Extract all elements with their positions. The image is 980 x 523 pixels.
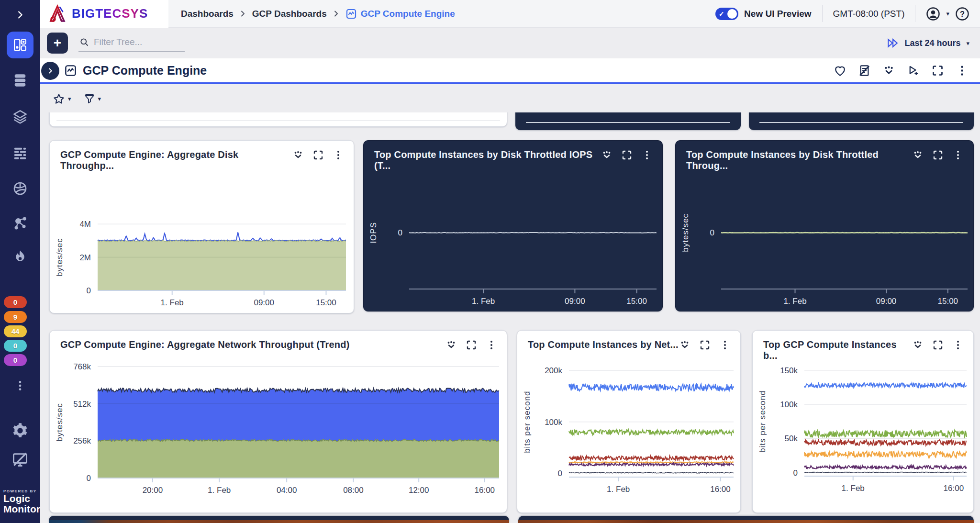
svg-text:16:00: 16:00 — [944, 484, 964, 493]
collapse-tree-button[interactable] — [41, 62, 59, 80]
map-widget-sliver — [49, 520, 509, 523]
sidebar-more-button[interactable] — [0, 377, 40, 394]
fullscreen-icon[interactable] — [931, 64, 944, 77]
flame-icon — [13, 249, 27, 264]
sidebar-item-websites[interactable] — [0, 180, 40, 197]
svg-text:1. Feb: 1. Feb — [783, 297, 806, 306]
report-disabled-icon[interactable] — [858, 64, 871, 77]
alert-badge-info[interactable]: 0 — [4, 340, 27, 352]
brand-logo[interactable]: BIGTECSYS — [40, 0, 168, 28]
svg-text:16:00: 16:00 — [710, 485, 731, 494]
timezone-group: GMT-08:00 (PST) — [822, 5, 915, 22]
sidebar: 0 9 44 0 0 POWERED BY Logic Monitor — [0, 0, 40, 523]
play-add-icon[interactable] — [907, 64, 920, 77]
svg-text:1. Feb: 1. Feb — [842, 484, 865, 493]
svg-text:0: 0 — [793, 468, 798, 478]
fullscreen-icon[interactable] — [932, 149, 944, 161]
logicmonitor-logo-line1: Logic — [3, 493, 42, 504]
dashboard-toolbar: ▾ ▾ — [40, 85, 980, 112]
sidebar-remote-session-button[interactable] — [0, 449, 40, 470]
widget-top-disk-throttled-iops: Top Compute Instances by Disk Throttled … — [363, 140, 663, 312]
sidebar-item-resources[interactable] — [0, 72, 40, 89]
partial-widget-above-left — [49, 112, 507, 127]
fast-forward-icon[interactable] — [886, 37, 899, 49]
sidebar-item-dashboards[interactable] — [7, 32, 33, 58]
breadcrumb: Dashboards GCP Dashboards GCP Compute En… — [168, 8, 455, 20]
sidebar-item-insights[interactable] — [0, 248, 40, 265]
svg-text:0: 0 — [710, 228, 714, 237]
svg-text:100k: 100k — [545, 418, 562, 427]
svg-text:20:00: 20:00 — [143, 486, 163, 495]
favorites-dropdown[interactable]: ▾ — [53, 93, 71, 105]
fullscreen-icon[interactable] — [932, 339, 944, 351]
sidebar-item-modules[interactable] — [0, 108, 40, 125]
user-avatar-icon[interactable] — [926, 7, 940, 21]
partial-widget-above-right — [749, 112, 974, 130]
kebab-menu-icon[interactable] — [719, 339, 731, 351]
alert-badge-warning[interactable]: 44 — [4, 325, 27, 337]
kebab-menu-icon[interactable] — [641, 149, 653, 161]
database-icon — [12, 73, 28, 88]
filter-dropdown[interactable]: ▾ — [84, 93, 101, 105]
fullscreen-icon[interactable] — [312, 149, 324, 161]
fullscreen-icon[interactable] — [699, 339, 711, 351]
favorite-heart-icon[interactable] — [834, 64, 846, 77]
filter-tree-search[interactable] — [78, 35, 185, 52]
svg-text:09:00: 09:00 — [565, 297, 585, 306]
chart-top-disk-throttled-throughput[interactable]: 01. Feb09:0015:00bytes/sec — [676, 165, 973, 309]
sidebar-item-logs[interactable] — [0, 145, 40, 162]
filter-tree-input[interactable] — [94, 37, 175, 47]
new-ui-preview-label: New UI Preview — [744, 9, 811, 19]
caret-down-icon: ▾ — [68, 95, 71, 102]
kebab-menu-icon[interactable] — [952, 149, 964, 161]
fullscreen-icon[interactable] — [621, 149, 633, 161]
kebab-menu-icon[interactable] — [486, 339, 497, 351]
time-range-group[interactable]: Last 24 hours ▾ — [886, 37, 980, 49]
add-button[interactable]: + — [47, 33, 68, 54]
logs-icon — [12, 145, 28, 161]
time-range-label[interactable]: Last 24 hours — [904, 38, 960, 48]
chevron-right-icon — [46, 67, 54, 75]
breadcrumb-gcp-dashboards[interactable]: GCP Dashboards — [252, 9, 327, 19]
dashboard-chart-icon — [345, 8, 357, 20]
show-values-icon[interactable] — [292, 149, 304, 161]
brand-name: BIGTECSYS — [72, 6, 148, 21]
powered-by-logicmonitor: POWERED BY Logic Monitor — [3, 489, 42, 514]
help-icon[interactable]: ? — [955, 7, 969, 21]
widget-header[interactable]: Top Compute Instances by Net... — [517, 331, 740, 351]
new-ui-preview-toggle[interactable]: ✓ — [715, 8, 738, 20]
kebab-menu-icon[interactable] — [956, 64, 969, 77]
fullscreen-icon[interactable] — [466, 339, 477, 351]
chart-top-instances-by-network[interactable]: 200k100k01. Feb16:00bits per second — [517, 355, 740, 511]
show-values-icon[interactable] — [679, 339, 690, 351]
show-values-icon[interactable] — [445, 339, 457, 351]
breadcrumb-dashboards[interactable]: Dashboards — [181, 9, 234, 19]
chart-top-gcp-instances[interactable]: 150k100k50k01. Feb16:00bits per second — [753, 355, 973, 511]
chart-top-disk-throttled-iops[interactable]: 01. Feb09:0015:00IOPS — [364, 165, 662, 309]
breadcrumb-current[interactable]: GCP Compute Engine — [345, 8, 455, 20]
show-values-icon[interactable] — [601, 149, 612, 161]
kebab-menu-icon[interactable] — [333, 149, 344, 161]
sidebar-expand-button[interactable] — [0, 7, 40, 23]
svg-text:1. Feb: 1. Feb — [161, 298, 184, 307]
alert-badge-critical[interactable]: 0 — [4, 296, 27, 308]
show-values-icon[interactable] — [912, 149, 924, 161]
alert-badge-error[interactable]: 9 — [4, 311, 27, 323]
page-title: GCP Compute Engine — [83, 64, 207, 78]
show-values-icon[interactable] — [882, 64, 895, 77]
sidebar-item-topology[interactable] — [0, 214, 40, 232]
svg-text:512k: 512k — [73, 400, 91, 409]
widget-header[interactable]: GCP Compute Engine: Aggregate Network Th… — [50, 331, 507, 351]
sidebar-settings-button[interactable] — [0, 421, 40, 440]
svg-text:09:00: 09:00 — [254, 298, 274, 307]
caret-down-icon[interactable]: ▾ — [946, 10, 949, 17]
svg-text:4M: 4M — [79, 220, 91, 229]
svg-text:50k: 50k — [785, 434, 798, 443]
alert-badge-other[interactable]: 0 — [4, 354, 27, 366]
caret-down-icon[interactable]: ▾ — [966, 40, 969, 47]
chart-aggregate-network-throughput[interactable]: 768k512k256k020:001. Feb04:0008:0012:001… — [50, 355, 507, 511]
chart-aggregate-disk-throughput[interactable]: 4M2M01. Feb09:0015:00bytes/sec — [50, 165, 354, 311]
show-values-icon[interactable] — [912, 339, 924, 351]
kebab-menu-icon[interactable] — [952, 339, 964, 351]
svg-text:16:00: 16:00 — [475, 486, 495, 495]
